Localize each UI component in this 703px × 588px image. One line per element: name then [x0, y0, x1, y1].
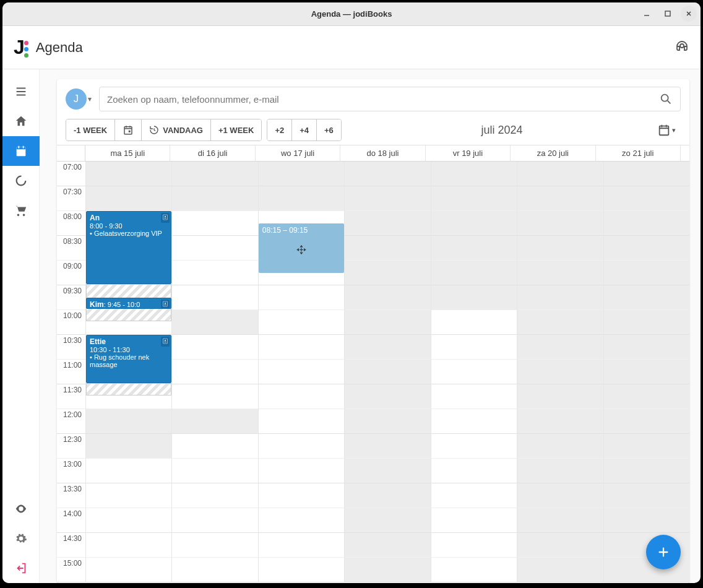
- time-label: 14:00: [57, 508, 85, 533]
- time-label: 11:30: [57, 384, 85, 409]
- sidebar-item-logout[interactable]: [2, 553, 40, 583]
- event-time: 10:30 - 11:30: [90, 346, 168, 353]
- day-header[interactable]: za 20 juli: [511, 145, 595, 161]
- svg-point-4: [16, 176, 25, 186]
- time-label: 09:30: [57, 285, 85, 310]
- app-body: J ▾ -1 WEEK VAN: [2, 69, 701, 583]
- day-header[interactable]: ma 15 juli: [85, 145, 170, 161]
- titlebar: Agenda — jodiBooks: [2, 2, 701, 26]
- window-controls: [639, 6, 697, 22]
- sidebar-item-home[interactable]: [2, 106, 40, 136]
- chevron-down-icon: ▾: [672, 126, 676, 134]
- close-button[interactable]: [681, 6, 697, 22]
- sidebar: [2, 69, 40, 583]
- calendar: ma 15 juli di 16 juli wo 17 juli do 18 j…: [57, 145, 689, 583]
- support-icon[interactable]: [675, 39, 689, 56]
- time-label: 11:00: [57, 360, 85, 384]
- main-area: J ▾ -1 WEEK VAN: [40, 69, 701, 583]
- drag-time: 08:15 – 09:15: [262, 226, 308, 235]
- day-header[interactable]: zo 21 juli: [596, 145, 681, 161]
- chevron-down-icon: ▾: [88, 95, 92, 103]
- event-desc: • Gelaatsverzorging VIP: [90, 230, 168, 237]
- today-button[interactable]: VANDAAG: [141, 119, 210, 141]
- day-column[interactable]: An8:00 - 9:30• Gelaatsverzorging VIPKim:…: [85, 162, 171, 582]
- event-name: Kim: [90, 300, 104, 309]
- event-desc: • Rug schouder nek massage: [90, 353, 168, 368]
- time-label: 07:00: [57, 162, 85, 186]
- time-label: 09:00: [57, 261, 85, 285]
- day-column[interactable]: [517, 162, 603, 582]
- day-header[interactable]: vr 19 juli: [426, 145, 511, 161]
- time-label: 15:00: [57, 558, 85, 582]
- card-head: J ▾ -1 WEEK VAN: [57, 79, 689, 141]
- contact-icon: [161, 337, 170, 347]
- logo: J Agenda: [14, 36, 83, 59]
- contact-icon: [161, 300, 170, 309]
- svg-point-15: [165, 340, 166, 341]
- svg-point-1: [680, 44, 684, 48]
- day-column[interactable]: [171, 162, 257, 582]
- user-selector[interactable]: J ▾: [66, 89, 92, 110]
- logo-dots-icon: [24, 41, 28, 58]
- plus6-button[interactable]: +6: [316, 119, 341, 141]
- month-label: juli 2024: [347, 124, 657, 137]
- plus4-button[interactable]: +4: [291, 119, 316, 141]
- time-label: 13:00: [57, 459, 85, 483]
- event-name: An: [90, 214, 168, 222]
- day-column[interactable]: [603, 162, 689, 582]
- view-picker[interactable]: ▾: [657, 123, 681, 137]
- sidebar-item-settings[interactable]: [2, 524, 40, 553]
- add-event-fab[interactable]: [646, 535, 681, 569]
- time-label: 13:30: [57, 483, 85, 508]
- event-ettie[interactable]: Ettie10:30 - 11:30• Rug schouder nek mas…: [86, 335, 171, 383]
- prev-week-button[interactable]: -1 WEEK: [66, 119, 114, 141]
- contact-icon: [161, 213, 170, 223]
- next-week-button[interactable]: +1 WEEK: [210, 119, 261, 141]
- time-label: 14:30: [57, 533, 85, 558]
- window-title: Agenda — jodiBooks: [311, 9, 392, 19]
- maximize-button[interactable]: [660, 6, 676, 22]
- search-icon: [659, 92, 673, 106]
- time-label: 10:30: [57, 335, 85, 360]
- svg-rect-7: [124, 127, 132, 134]
- day-header[interactable]: wo 17 juli: [256, 145, 340, 161]
- day-header[interactable]: di 16 juli: [170, 145, 255, 161]
- plus2-button[interactable]: +2: [267, 119, 291, 141]
- sidebar-item-cart[interactable]: [2, 196, 40, 225]
- svg-rect-8: [129, 131, 131, 132]
- day-header[interactable]: do 18 juli: [340, 145, 425, 161]
- svg-point-5: [20, 508, 22, 510]
- date-picker-button[interactable]: [114, 119, 141, 141]
- app-content: J Agenda: [2, 26, 701, 583]
- app-header: J Agenda: [2, 26, 701, 69]
- avatar: J: [66, 89, 87, 110]
- day-column[interactable]: [344, 162, 430, 582]
- blocked-slot: [86, 383, 171, 396]
- day-column[interactable]: 08:15 – 09:15: [258, 162, 344, 582]
- minimize-button[interactable]: [639, 6, 655, 22]
- day-column[interactable]: [431, 162, 517, 582]
- sidebar-menu-toggle[interactable]: [2, 77, 40, 106]
- sidebar-item-visibility[interactable]: [2, 494, 40, 524]
- search-input[interactable]: [107, 94, 659, 105]
- search-box[interactable]: [99, 87, 681, 111]
- time-label: 08:00: [57, 211, 85, 236]
- sidebar-item-agenda[interactable]: [2, 136, 40, 166]
- event-time: 8:00 - 9:30: [90, 222, 168, 230]
- calendar-header: ma 15 juli di 16 juli wo 17 juli do 18 j…: [57, 145, 689, 162]
- move-cursor-icon: [296, 244, 307, 257]
- search-row: J ▾: [66, 87, 681, 111]
- time-label: 10:00: [57, 310, 85, 335]
- svg-point-13: [165, 303, 166, 304]
- time-label: 07:30: [57, 186, 85, 211]
- calendar-body[interactable]: 07:0007:3008:0008:3009:0009:3010:0010:30…: [57, 162, 689, 583]
- time-label: 12:00: [57, 409, 85, 434]
- calendar-card: J ▾ -1 WEEK VAN: [57, 79, 689, 583]
- event-kim[interactable]: Kim: 9:45 - 10:0: [86, 298, 171, 309]
- event-an[interactable]: An8:00 - 9:30• Gelaatsverzorging VIP: [86, 211, 171, 284]
- sidebar-item-stats[interactable]: [2, 166, 40, 196]
- drag-preview[interactable]: 08:15 – 09:15: [259, 223, 344, 273]
- svg-point-6: [662, 95, 668, 102]
- svg-rect-9: [660, 126, 669, 136]
- toolbar: -1 WEEK VANDAAG +1 WEEK +2 +4 +6 juli 20…: [66, 119, 681, 141]
